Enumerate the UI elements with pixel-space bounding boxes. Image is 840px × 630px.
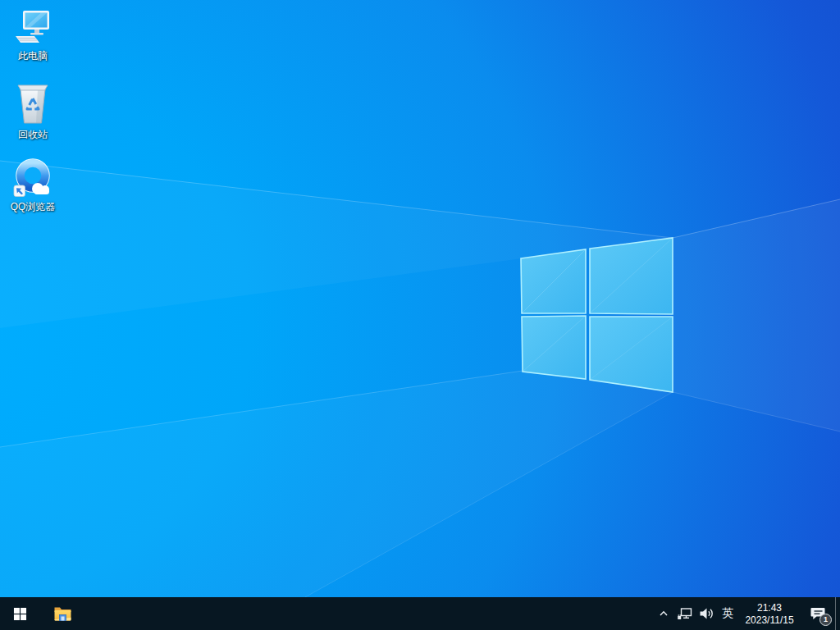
language-indicator[interactable]: 英	[717, 597, 738, 630]
qq-browser-icon	[12, 158, 53, 199]
windows-start-icon	[13, 607, 27, 621]
volume-button[interactable]	[696, 597, 717, 630]
speaker-icon	[698, 605, 714, 622]
notification-badge: 1	[819, 614, 832, 626]
clock-time: 21:43	[757, 602, 782, 614]
action-center-button[interactable]: 1	[801, 597, 835, 630]
chevron-up-icon	[658, 608, 669, 619]
show-desktop-button[interactable]	[835, 597, 840, 630]
file-explorer-icon	[52, 604, 73, 623]
file-explorer-button[interactable]	[44, 597, 80, 630]
desktop-icon-recycle-bin[interactable]: 回收站	[2, 79, 64, 140]
desktop[interactable]: 此电脑 回收站	[0, 0, 840, 597]
computer-icon	[14, 8, 52, 48]
recycle-bin-icon	[14, 79, 52, 126]
windows-logo-wallpaper	[0, 0, 840, 597]
desktop-icon-this-pc[interactable]: 此电脑	[2, 8, 64, 62]
windows-desktop-screen: 此电脑 回收站	[0, 0, 840, 630]
clock[interactable]: 21:43 2023/11/15	[738, 597, 801, 630]
clock-date: 2023/11/15	[745, 614, 793, 627]
system-tray: 英 21:43 2023/11/15 1	[653, 597, 840, 630]
desktop-icon-label: 回收站	[18, 129, 48, 140]
desktop-icon-label: 此电脑	[18, 50, 48, 62]
taskbar: 英 21:43 2023/11/15 1	[0, 597, 840, 630]
desktop-icon-qq-browser[interactable]: QQ浏览器	[2, 158, 64, 212]
ethernet-icon	[677, 605, 693, 622]
network-button[interactable]	[674, 597, 696, 630]
tray-chevron-button[interactable]	[653, 597, 674, 630]
desktop-icon-label: QQ浏览器	[11, 201, 56, 212]
start-button[interactable]	[0, 597, 39, 630]
